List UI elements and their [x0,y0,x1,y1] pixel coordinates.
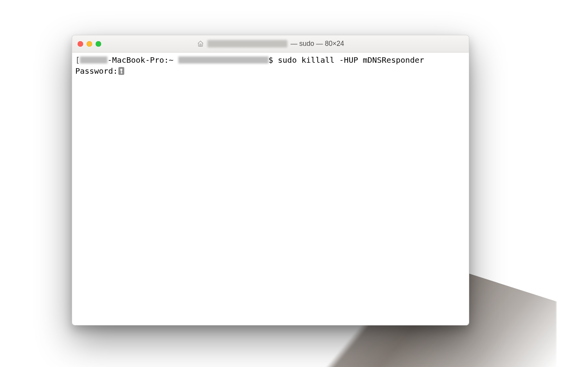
password-prompt-label: Password: [75,65,118,76]
window-title-suffix: — sudo — 80×24 [290,40,344,48]
window-title: — sudo — 80×24 [72,35,469,52]
terminal-content[interactable]: [ -MacBook-Pro:~ $ sudo killall -HUP mDN… [72,53,469,325]
close-button[interactable] [78,41,83,47]
redacted-hostname [80,56,107,64]
traffic-lights [78,41,101,47]
home-icon [197,40,204,47]
command-text: sudo killall -HUP mDNSResponder [278,55,424,65]
window-titlebar[interactable]: — sudo — 80×24 [72,35,469,53]
prompt-host-suffix: -MacBook-Pro:~ [107,55,178,65]
redacted-title-path [207,40,287,47]
svg-rect-4 [121,71,122,72]
maximize-button[interactable] [96,41,101,47]
svg-rect-3 [121,73,123,73]
prompt-bracket: [ [75,55,80,65]
minimize-button[interactable] [87,41,92,47]
svg-rect-0 [200,44,201,46]
terminal-line-2: Password: [75,65,466,76]
terminal-window: — sudo — 80×24 [ -MacBook-Pro:~ $ sudo k… [72,35,469,325]
redacted-username [178,56,269,64]
key-icon [118,67,124,75]
prompt-dollar: $ [269,55,278,65]
terminal-line-1: [ -MacBook-Pro:~ $ sudo killall -HUP mDN… [75,55,466,65]
